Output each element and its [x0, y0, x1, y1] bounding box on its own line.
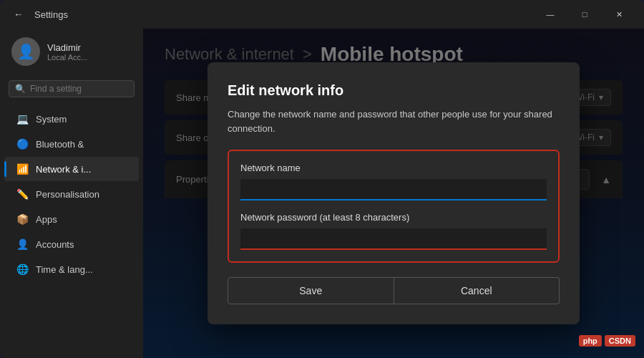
minimize-icon: —	[547, 10, 555, 19]
sidebar-item-time[interactable]: 🌐 Time & lang...	[4, 257, 139, 281]
avatar-icon: 👤	[17, 43, 35, 60]
user-name: Vladimir	[47, 42, 87, 53]
sidebar-item-label: Apps	[36, 214, 57, 225]
close-button[interactable]: ✕	[602, 4, 635, 25]
network-name-label: Network name	[240, 163, 547, 173]
sidebar-item-label: Accounts	[36, 239, 74, 250]
sidebar-item-label: Personalisation	[36, 189, 99, 200]
nav-list: 💻 System 🔵 Bluetooth & 📶 Network & i... …	[0, 103, 143, 358]
search-input[interactable]	[30, 84, 128, 94]
dialog-description: Change the network name and password tha…	[228, 107, 560, 135]
apps-icon: 📦	[16, 213, 29, 226]
back-button[interactable]: ←	[9, 4, 29, 24]
cancel-button[interactable]: Cancel	[394, 277, 560, 304]
sidebar-item-apps[interactable]: 📦 Apps	[4, 207, 139, 231]
system-icon: 💻	[16, 112, 29, 125]
window-title: Settings	[34, 9, 534, 20]
network-name-input[interactable]	[240, 179, 547, 200]
titlebar: ← Settings — □ ✕	[0, 0, 644, 29]
sidebar-item-system[interactable]: 💻 System	[4, 107, 139, 131]
personalisation-icon: ✏️	[16, 188, 29, 200]
sidebar-item-label: System	[36, 114, 67, 125]
sidebar-item-accounts[interactable]: 👤 Accounts	[4, 232, 139, 256]
user-account: Local Acc...	[47, 53, 87, 62]
accounts-icon: 👤	[16, 238, 29, 251]
window-controls: — □ ✕	[534, 4, 635, 25]
maximize-button[interactable]: □	[568, 4, 601, 25]
back-icon: ←	[14, 9, 24, 20]
form-section: Network name Network password (at least …	[228, 150, 560, 263]
sidebar-item-label: Bluetooth &	[36, 139, 84, 150]
network-icon: 📶	[16, 163, 29, 175]
dialog-overlay: Edit network info Change the network nam…	[143, 29, 644, 358]
main-content: 👤 Vladimir Local Acc... 🔍 💻 System 🔵	[0, 29, 644, 358]
edit-network-dialog: Edit network info Change the network nam…	[208, 62, 580, 324]
bluetooth-icon: 🔵	[16, 137, 29, 150]
sidebar-item-personalisation[interactable]: ✏️ Personalisation	[4, 182, 139, 206]
sidebar-item-label: Time & lang...	[36, 264, 93, 275]
dialog-actions: Save Cancel	[228, 277, 560, 304]
minimize-button[interactable]: —	[534, 4, 567, 25]
user-info: Vladimir Local Acc...	[47, 42, 87, 62]
avatar: 👤	[11, 37, 40, 66]
sidebar-item-network[interactable]: 📶 Network & i...	[4, 157, 139, 181]
sidebar-item-label: Network & i...	[36, 164, 91, 175]
dialog-title: Edit network info	[228, 82, 560, 99]
network-name-group: Network name	[240, 163, 547, 200]
password-input[interactable]	[240, 228, 547, 250]
close-icon: ✕	[616, 10, 623, 19]
search-box[interactable]: 🔍	[9, 80, 135, 97]
sidebar-item-bluetooth[interactable]: 🔵 Bluetooth &	[4, 132, 139, 156]
watermark-csdn: CSDN	[605, 335, 635, 347]
time-icon: 🌐	[16, 263, 29, 276]
user-section: 👤 Vladimir Local Acc...	[0, 29, 143, 74]
watermark: php CSDN	[579, 335, 635, 347]
settings-window: ← Settings — □ ✕ 👤 Vladimir Lo	[0, 0, 644, 358]
maximize-icon: □	[582, 10, 587, 19]
content-area: Network & internet > Mobile hotspot Shar…	[143, 29, 644, 358]
search-icon: 🔍	[15, 84, 26, 94]
password-label: Network password (at least 8 characters)	[240, 212, 547, 223]
save-button[interactable]: Save	[228, 277, 394, 304]
password-group: Network password (at least 8 characters)	[240, 212, 547, 250]
watermark-php: php	[579, 335, 602, 347]
sidebar: 👤 Vladimir Local Acc... 🔍 💻 System 🔵	[0, 29, 143, 358]
